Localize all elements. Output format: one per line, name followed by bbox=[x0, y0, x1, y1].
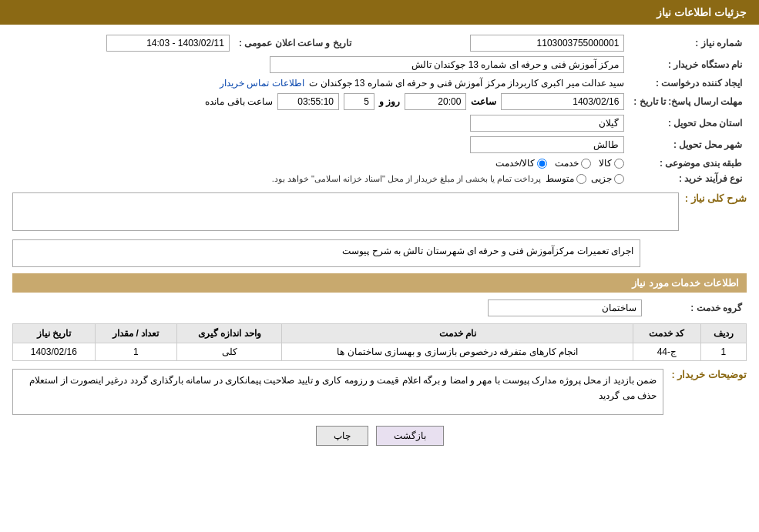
need-desc-text: اجرای تعمیرات مرکزآموزش فنی و حرفه ای شه… bbox=[12, 239, 640, 267]
label-creator: ایجاد کننده درخواست : bbox=[629, 75, 747, 91]
table-cell: 1403/02/16 bbox=[13, 343, 96, 361]
buyer-org-cell: مرکز آموزش فنی و حرفه ای شماره 13 جوکندا… bbox=[12, 54, 629, 75]
need-desc-text-row: اجرای تعمیرات مرکزآموزش فنی و حرفه ای شه… bbox=[12, 239, 747, 267]
province-value: گیلان bbox=[470, 115, 624, 132]
radio-khedmat-label: خدمت bbox=[555, 158, 579, 169]
radio-motavassed-input[interactable] bbox=[576, 174, 586, 184]
group-value: ساختمان bbox=[488, 299, 642, 316]
label-buyer-notes: توضیحات خریدار : bbox=[670, 369, 747, 380]
date-value-cell: 1403/02/11 - 14:03 bbox=[12, 32, 234, 54]
purchase-note: پرداخت تمام یا بخشی از مبلغ خریدار از مح… bbox=[272, 174, 542, 184]
category-cell: کالا خدمت کالا/خدمت bbox=[12, 156, 629, 171]
time-label: ساعت bbox=[471, 96, 496, 107]
date-value: 1403/02/11 - 14:03 bbox=[106, 35, 230, 52]
th-تعداد / مقدار: تعداد / مقدار bbox=[95, 324, 176, 343]
radio-kala-khedmat-input[interactable] bbox=[537, 159, 547, 169]
need-number-cell: 1103003755000001 bbox=[356, 32, 630, 54]
print-button[interactable]: چاپ bbox=[316, 426, 368, 446]
services-section-title: اطلاعات خدمات مورد نیاز bbox=[12, 273, 747, 293]
label-purchase-type: نوع فرآیند خرید : bbox=[629, 171, 747, 186]
need-info-table: شماره نیاز : 1103003755000001 تاریخ و سا… bbox=[12, 32, 747, 186]
city-cell: طالش bbox=[12, 134, 629, 156]
table-row: 1ج-44انجام کارهای متفرقه درخصوص بازسازی … bbox=[13, 343, 747, 361]
table-cell: انجام کارهای متفرقه درخصوص بازسازی و بهس… bbox=[282, 343, 633, 361]
table-cell: 1 bbox=[700, 343, 746, 361]
back-button[interactable]: بازگشت bbox=[376, 426, 444, 446]
label-need-desc: شرح کلی نیاز : bbox=[685, 192, 747, 204]
label-buyer-org: نام دستگاه خریدار : bbox=[629, 54, 747, 75]
th-نام خدمت: نام خدمت bbox=[282, 324, 633, 343]
page-header: جزئیات اطلاعات نیاز bbox=[0, 0, 759, 25]
radio-motavassed[interactable]: متوسط bbox=[546, 173, 586, 184]
radio-jozi[interactable]: جزیی bbox=[591, 173, 624, 184]
table-cell: ج-44 bbox=[633, 343, 701, 361]
th-ردیف: ردیف bbox=[700, 324, 746, 343]
deadline-remaining: 03:55:10 bbox=[277, 93, 339, 110]
radio-khedmat[interactable]: خدمت bbox=[555, 158, 591, 169]
creator-value: سید عدالت میر اکبری کاربرداز مرکز آموزش … bbox=[309, 78, 624, 89]
label-need-number: شماره نیاز : bbox=[629, 32, 747, 54]
buyer-notes-row: توضیحات خریدار : ضمن بازدید از محل پروژه… bbox=[12, 369, 747, 415]
button-row: چاپ بازگشت bbox=[12, 426, 747, 446]
radio-motavassed-label: متوسط bbox=[546, 173, 574, 184]
label-group: گروه خدمت : bbox=[646, 297, 747, 319]
need-desc-container: document.querySelector('[data-name="need… bbox=[12, 192, 679, 233]
deadline-cell: 1403/02/16 ساعت 20:00 روز و 5 03:55:10 س… bbox=[12, 91, 629, 112]
need-number-value: 1103003755000001 bbox=[470, 35, 624, 52]
label-province: استان محل تحویل : bbox=[629, 112, 747, 134]
purchase-type-cell: جزیی متوسط پرداخت تمام یا بخشی از مبلغ خ… bbox=[12, 171, 629, 186]
buyer-org-value: مرکز آموزش فنی و حرفه ای شماره 13 جوکندا… bbox=[270, 56, 624, 73]
radio-kala-input[interactable] bbox=[614, 159, 624, 169]
th-کد خدمت: کد خدمت bbox=[633, 324, 701, 343]
services-table: ردیفکد خدمتنام خدمتواحد اندازه گیریتعداد… bbox=[12, 323, 747, 361]
need-desc-textarea bbox=[12, 192, 679, 231]
page-title: جزئیات اطلاعات نیاز bbox=[657, 6, 747, 18]
radio-jozi-label: جزیی bbox=[591, 173, 612, 184]
service-group-table: گروه خدمت : ساختمان bbox=[12, 297, 747, 319]
label-city: شهر محل تحویل : bbox=[629, 134, 747, 156]
radio-kala-khedmat[interactable]: کالا/خدمت bbox=[495, 158, 547, 169]
radio-kala-label: کالا bbox=[599, 158, 612, 169]
province-cell: گیلان bbox=[12, 112, 629, 134]
deadline-time: 20:00 bbox=[405, 93, 466, 110]
label-deadline: مهلت ارسال پاسخ: تا تاریخ : bbox=[629, 91, 747, 112]
creator-cell: سید عدالت میر اکبری کاربرداز مرکز آموزش … bbox=[12, 75, 629, 91]
days-label: روز و bbox=[379, 96, 400, 107]
label-category: طبقه بندی موضوعی : bbox=[629, 156, 747, 171]
group-value-cell: ساختمان bbox=[12, 297, 646, 319]
radio-kala[interactable]: کالا bbox=[599, 158, 624, 169]
radio-kala-khedmat-label: کالا/خدمت bbox=[495, 158, 535, 169]
creator-link[interactable]: اطلاعات تماس خریدار bbox=[220, 78, 304, 89]
th-تاریخ نیاز: تاریخ نیاز bbox=[13, 324, 96, 343]
label-date: تاریخ و ساعت اعلان عمومی : bbox=[234, 32, 356, 54]
radio-khedmat-input[interactable] bbox=[581, 159, 591, 169]
remaining-label: ساعت باقی مانده bbox=[205, 96, 273, 107]
buyer-notes-text: ضمن بازدید از محل پروژه مدارک پیوست با م… bbox=[12, 369, 663, 415]
deadline-days: 5 bbox=[344, 93, 374, 110]
radio-jozi-input[interactable] bbox=[614, 174, 624, 184]
table-cell: کلی bbox=[177, 343, 282, 361]
main-content: شماره نیاز : 1103003755000001 تاریخ و سا… bbox=[0, 25, 759, 461]
th-واحد اندازه گیری: واحد اندازه گیری bbox=[177, 324, 282, 343]
page-wrapper: جزئیات اطلاعات نیاز شماره نیاز : 1103003… bbox=[0, 0, 759, 532]
need-desc-row: شرح کلی نیاز : document.querySelector('[… bbox=[12, 192, 747, 233]
city-value: طالش bbox=[470, 136, 624, 153]
table-cell: 1 bbox=[95, 343, 176, 361]
deadline-date: 1403/02/16 bbox=[501, 93, 624, 110]
